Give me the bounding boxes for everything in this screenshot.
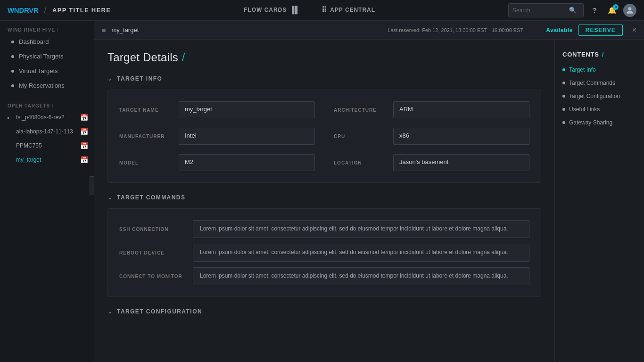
label-architecture: ARCHITECTURE (334, 107, 386, 113)
avatar-icon (625, 6, 635, 15)
value-reboot: Lorem ipsum dolor sit amet, consectetur … (193, 244, 529, 262)
dot-useful-links (562, 108, 565, 111)
dot-target-commands (562, 82, 565, 84)
field-location: LOCATION Jason's basement (334, 154, 529, 171)
label-manufacturer: MANUFACTURER (119, 134, 171, 139)
target-commands-body: SSH CONNECTION Lorem ipsum dolor sit ame… (107, 208, 541, 297)
brand-divider: / (44, 5, 47, 15)
label-model: MODEL (119, 160, 171, 165)
app-title: APP TITLE HERE (52, 7, 111, 14)
sidebar-dot-reservations (11, 84, 14, 87)
value-location: Jason's basement (393, 154, 529, 171)
nav-flow-cards[interactable]: FLOW CARDS ▐▌ (235, 0, 309, 21)
label-reboot: REBOOT DEVICE (119, 250, 185, 255)
target-configuration-title: TARGET CONFIGURATION (117, 308, 202, 315)
sidebar-item-my-reservations[interactable]: My Reservations (0, 78, 94, 93)
target-info-title: TARGET INFO (117, 75, 162, 82)
command-reboot: REBOOT DEVICE Lorem ipsum dolor sit amet… (119, 244, 529, 262)
sidebar-label-physical: Physical Targets (19, 53, 63, 60)
sidebar-target-my-target[interactable]: my_target 📅 (0, 153, 94, 167)
content-area: Target Details / ⌄ TARGET INFO TARGET NA… (94, 40, 644, 362)
sidebar-label-virtual: Virtual Targets (19, 67, 58, 74)
notification-badge: 3 (613, 4, 619, 10)
contents-nav-target-commands[interactable]: Target Commands (562, 79, 636, 87)
target-commands-title: TARGET COMMANDS (117, 194, 185, 201)
topnav-center: FLOW CARDS ▐▌ ⠿ APP CENTRAL (235, 0, 384, 21)
contents-nav-target-configuration[interactable]: Target Configuration (562, 92, 636, 100)
value-monitor: Lorem ipsum dolor sit amet, consectetur … (193, 267, 529, 285)
brand: WNDRVR / APP TITLE HERE (8, 5, 111, 15)
main: ■ my_target Last reserved: Feb 12, 2021,… (94, 21, 644, 362)
search-icon: 🔍 (569, 7, 577, 14)
value-ssh: Lorem ipsum dolor sit amet, consectetur … (193, 220, 529, 238)
bar-chart-icon: ▐▌ (289, 6, 300, 14)
field-model: MODEL M2 (119, 154, 315, 171)
target-info-body: TARGET NAME my_target ARCHITECTURE ARM M… (107, 90, 541, 183)
user-avatar[interactable] (623, 4, 636, 17)
command-monitor: CONNECT TO MONITOR Lorem ipsum dolor sit… (119, 267, 529, 285)
help-button[interactable]: ? (587, 3, 602, 17)
sidebar-target-fsl[interactable]: ▸ fsl_p4080ds-6-rev2 📅 (0, 110, 94, 124)
sidebar-section-hive: WIND RIVER HIVE / (0, 21, 94, 34)
contents-label-target-info: Target Info (569, 66, 596, 73)
target-commands-chevron[interactable]: ⌄ (107, 194, 112, 201)
topnav-right: 🔍 ? 🔔 3 (508, 3, 636, 17)
sidebar-item-dashboard[interactable]: Dashboard (0, 34, 94, 49)
contents-title-text: CONTENTS (562, 51, 599, 58)
dot-gateway-sharing (562, 121, 565, 124)
sidebar-item-physical-targets[interactable]: Physical Targets (0, 49, 94, 64)
app-central-label: APP CENTRAL (330, 7, 375, 13)
contents-nav-useful-links[interactable]: Useful Links (562, 105, 636, 114)
field-cpu: CPU x86 (334, 128, 529, 145)
brand-logo: WNDRVR (8, 6, 38, 14)
value-architecture: ARM (393, 101, 529, 118)
sidebar-dot-virtual (11, 70, 14, 73)
target-info-header: ⌄ TARGET INFO (107, 75, 541, 82)
sidebar-target-ppmc[interactable]: PPMC755 📅 (0, 139, 94, 153)
label-ssh: SSH CONNECTION (119, 227, 185, 232)
sidebar: WIND RIVER HIVE / Dashboard Physical Tar… (0, 21, 94, 362)
sidebar-dot-dashboard (11, 41, 14, 43)
svg-point-0 (628, 7, 632, 10)
sidebar-section-open-targets: OPEN TARGETS / (0, 97, 94, 110)
search-input[interactable] (512, 7, 569, 14)
reserve-button[interactable]: RESERVE (578, 25, 623, 36)
sidebar-label-dashboard: Dashboard (19, 38, 49, 45)
contents-nav: Target Info Target Commands Target Confi… (562, 66, 636, 127)
nav-app-central[interactable]: ⠿ APP CENTRAL (313, 0, 384, 21)
contents-nav-gateway-sharing[interactable]: Gateway Sharing (562, 118, 636, 127)
target-header-name: my_target (111, 26, 382, 33)
dot-target-info (562, 68, 565, 71)
commands-list: SSH CONNECTION Lorem ipsum dolor sit ame… (119, 220, 529, 285)
target-configuration-chevron[interactable]: ⌄ (107, 308, 112, 315)
contents-nav-target-info[interactable]: Target Info (562, 66, 636, 74)
nav-divider (311, 5, 311, 16)
page-title-text: Target Details (107, 51, 178, 64)
value-manufacturer: Intel (179, 128, 315, 145)
close-button[interactable]: × (632, 26, 636, 34)
sidebar-target-label-ppmc: PPMC755 (16, 142, 77, 149)
target-info-form: TARGET NAME my_target ARCHITECTURE ARM M… (119, 101, 529, 171)
sidebar-collapse-button[interactable]: ‹ (90, 176, 94, 195)
search-box[interactable]: 🔍 (508, 3, 584, 17)
field-manufacturer: MANUFACTURER Intel (119, 128, 315, 145)
right-panel: CONTENTS / Target Info Target Commands T… (554, 40, 644, 362)
grid-icon: ⠿ (322, 6, 327, 14)
contents-title: CONTENTS / (562, 51, 636, 58)
notifications-button[interactable]: 🔔 3 (605, 3, 619, 17)
sidebar-item-virtual-targets[interactable]: Virtual Targets (0, 64, 94, 78)
sidebar-label-reservations: My Reservations (19, 82, 65, 89)
value-model: M2 (179, 154, 315, 171)
field-target-name: TARGET NAME my_target (119, 101, 315, 118)
sidebar-target-ala[interactable]: ala-labops-147-11-113 📅 (0, 124, 94, 139)
field-architecture: ARCHITECTURE ARM (334, 101, 529, 118)
sidebar-target-label-ala: ala-labops-147-11-113 (16, 128, 77, 135)
label-cpu: CPU (334, 134, 386, 139)
contents-label-target-configuration: Target Configuration (569, 93, 620, 99)
label-monitor: CONNECT TO MONITOR (119, 274, 185, 279)
calendar-icon-ala: 📅 (80, 128, 88, 135)
sidebar-target-label-fsl: fsl_p4080ds-6-rev2 (16, 114, 77, 121)
target-info-chevron[interactable]: ⌄ (107, 75, 112, 82)
target-commands-header: ⌄ TARGET COMMANDS (107, 194, 541, 201)
target-info-section: ⌄ TARGET INFO TARGET NAME my_target ARCH… (107, 75, 541, 183)
